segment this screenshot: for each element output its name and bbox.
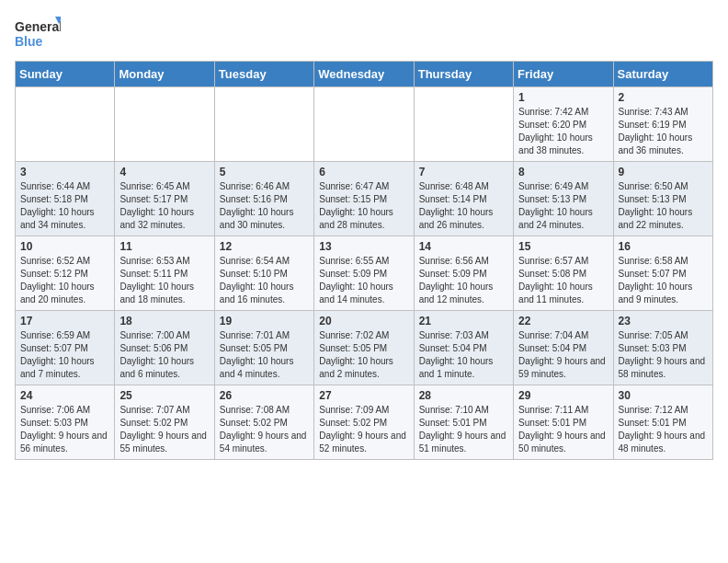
day-info: Sunrise: 6:56 AM Sunset: 5:09 PM Dayligh…: [419, 255, 508, 306]
day-cell: 19Sunrise: 7:01 AM Sunset: 5:05 PM Dayli…: [214, 311, 313, 385]
day-number: 12: [220, 240, 309, 253]
day-info: Sunrise: 7:12 AM Sunset: 5:01 PM Dayligh…: [619, 404, 708, 455]
day-info: Sunrise: 6:53 AM Sunset: 5:11 PM Dayligh…: [119, 255, 209, 306]
day-number: 1: [518, 91, 608, 104]
day-cell: 24Sunrise: 7:06 AM Sunset: 5:03 PM Dayli…: [16, 385, 115, 460]
day-info: Sunrise: 7:03 AM Sunset: 5:04 PM Dayligh…: [419, 329, 508, 381]
day-info: Sunrise: 6:52 AM Sunset: 5:12 PM Dayligh…: [20, 255, 109, 306]
day-number: 6: [319, 166, 408, 178]
day-number: 22: [518, 315, 608, 327]
day-info: Sunrise: 6:46 AM Sunset: 5:16 PM Dayligh…: [220, 180, 309, 232]
logo-svg: General Blue: [15, 15, 61, 52]
day-cell: 9Sunrise: 6:50 AM Sunset: 5:13 PM Daylig…: [613, 162, 712, 236]
day-cell: 3Sunrise: 6:44 AM Sunset: 5:18 PM Daylig…: [16, 162, 115, 236]
day-info: Sunrise: 7:09 AM Sunset: 5:02 PM Dayligh…: [319, 404, 408, 455]
page-header: General Blue: [15, 15, 713, 52]
day-info: Sunrise: 6:47 AM Sunset: 5:15 PM Dayligh…: [319, 180, 408, 232]
week-row-5: 24Sunrise: 7:06 AM Sunset: 5:03 PM Dayli…: [16, 385, 713, 460]
day-info: Sunrise: 6:55 AM Sunset: 5:09 PM Dayligh…: [319, 255, 408, 306]
day-number: 28: [419, 389, 508, 402]
week-row-1: 1Sunrise: 7:42 AM Sunset: 6:20 PM Daylig…: [16, 87, 713, 162]
day-info: Sunrise: 6:57 AM Sunset: 5:08 PM Dayligh…: [518, 255, 608, 306]
day-number: 14: [419, 240, 508, 253]
day-cell: 7Sunrise: 6:48 AM Sunset: 5:14 PM Daylig…: [414, 162, 513, 236]
day-info: Sunrise: 7:08 AM Sunset: 5:02 PM Dayligh…: [220, 404, 309, 455]
day-cell: 30Sunrise: 7:12 AM Sunset: 5:01 PM Dayli…: [613, 385, 712, 460]
day-number: 8: [518, 166, 608, 178]
day-info: Sunrise: 7:42 AM Sunset: 6:20 PM Dayligh…: [518, 106, 608, 157]
day-cell: 2Sunrise: 7:43 AM Sunset: 6:19 PM Daylig…: [613, 87, 712, 162]
day-cell: 15Sunrise: 6:57 AM Sunset: 5:08 PM Dayli…: [514, 236, 613, 311]
day-number: 27: [319, 389, 408, 402]
day-number: 26: [220, 389, 309, 402]
day-cell: 26Sunrise: 7:08 AM Sunset: 5:02 PM Dayli…: [214, 385, 313, 460]
day-number: 10: [20, 240, 109, 253]
day-info: Sunrise: 6:48 AM Sunset: 5:14 PM Dayligh…: [419, 180, 508, 232]
day-info: Sunrise: 7:43 AM Sunset: 6:19 PM Dayligh…: [619, 106, 708, 157]
day-cell: 29Sunrise: 7:11 AM Sunset: 5:01 PM Dayli…: [514, 385, 613, 460]
svg-text:Blue: Blue: [15, 34, 43, 49]
day-cell: [314, 87, 414, 162]
day-info: Sunrise: 7:07 AM Sunset: 5:02 PM Dayligh…: [119, 404, 209, 455]
week-row-2: 3Sunrise: 6:44 AM Sunset: 5:18 PM Daylig…: [16, 162, 713, 236]
week-row-4: 17Sunrise: 6:59 AM Sunset: 5:07 PM Dayli…: [16, 311, 713, 385]
day-cell: 16Sunrise: 6:58 AM Sunset: 5:07 PM Dayli…: [613, 236, 712, 311]
header-sunday: Sunday: [16, 62, 115, 87]
day-cell: 23Sunrise: 7:05 AM Sunset: 5:03 PM Dayli…: [613, 311, 712, 385]
day-cell: 22Sunrise: 7:04 AM Sunset: 5:04 PM Dayli…: [514, 311, 613, 385]
day-info: Sunrise: 7:02 AM Sunset: 5:05 PM Dayligh…: [319, 329, 408, 381]
day-cell: 25Sunrise: 7:07 AM Sunset: 5:02 PM Dayli…: [115, 385, 214, 460]
day-cell: 21Sunrise: 7:03 AM Sunset: 5:04 PM Dayli…: [414, 311, 513, 385]
day-number: 20: [319, 315, 408, 327]
day-number: 16: [619, 240, 708, 253]
week-row-3: 10Sunrise: 6:52 AM Sunset: 5:12 PM Dayli…: [16, 236, 713, 311]
day-number: 21: [419, 315, 508, 327]
day-number: 15: [518, 240, 608, 253]
day-info: Sunrise: 6:45 AM Sunset: 5:17 PM Dayligh…: [119, 180, 209, 232]
header-wednesday: Wednesday: [314, 62, 414, 87]
day-info: Sunrise: 6:44 AM Sunset: 5:18 PM Dayligh…: [20, 180, 109, 232]
day-cell: 12Sunrise: 6:54 AM Sunset: 5:10 PM Dayli…: [214, 236, 313, 311]
day-cell: 18Sunrise: 7:00 AM Sunset: 5:06 PM Dayli…: [115, 311, 214, 385]
day-number: 24: [20, 389, 109, 402]
day-number: 11: [119, 240, 209, 253]
header-monday: Monday: [115, 62, 214, 87]
day-info: Sunrise: 7:10 AM Sunset: 5:01 PM Dayligh…: [419, 404, 508, 455]
day-cell: 17Sunrise: 6:59 AM Sunset: 5:07 PM Dayli…: [16, 311, 115, 385]
header-friday: Friday: [514, 62, 613, 87]
day-number: 7: [419, 166, 508, 178]
day-info: Sunrise: 7:05 AM Sunset: 5:03 PM Dayligh…: [619, 329, 708, 381]
day-cell: 27Sunrise: 7:09 AM Sunset: 5:02 PM Dayli…: [314, 385, 414, 460]
day-cell: 10Sunrise: 6:52 AM Sunset: 5:12 PM Dayli…: [16, 236, 115, 311]
day-number: 9: [619, 166, 708, 178]
day-number: 4: [119, 166, 209, 178]
day-info: Sunrise: 7:01 AM Sunset: 5:05 PM Dayligh…: [220, 329, 309, 381]
day-cell: 4Sunrise: 6:45 AM Sunset: 5:17 PM Daylig…: [115, 162, 214, 236]
day-number: 2: [619, 91, 708, 104]
day-number: 3: [20, 166, 109, 178]
header-saturday: Saturday: [613, 62, 712, 87]
day-number: 29: [518, 389, 608, 402]
day-number: 30: [619, 389, 708, 402]
day-cell: 6Sunrise: 6:47 AM Sunset: 5:15 PM Daylig…: [314, 162, 414, 236]
day-cell: 28Sunrise: 7:10 AM Sunset: 5:01 PM Dayli…: [414, 385, 513, 460]
calendar-header-row: SundayMondayTuesdayWednesdayThursdayFrid…: [16, 62, 713, 87]
day-cell: 13Sunrise: 6:55 AM Sunset: 5:09 PM Dayli…: [314, 236, 414, 311]
day-cell: 5Sunrise: 6:46 AM Sunset: 5:16 PM Daylig…: [214, 162, 313, 236]
day-info: Sunrise: 7:04 AM Sunset: 5:04 PM Dayligh…: [518, 329, 608, 381]
day-cell: 1Sunrise: 7:42 AM Sunset: 6:20 PM Daylig…: [514, 87, 613, 162]
day-info: Sunrise: 6:59 AM Sunset: 5:07 PM Dayligh…: [20, 329, 109, 381]
day-info: Sunrise: 6:49 AM Sunset: 5:13 PM Dayligh…: [518, 180, 608, 232]
day-info: Sunrise: 6:54 AM Sunset: 5:10 PM Dayligh…: [220, 255, 309, 306]
day-info: Sunrise: 6:50 AM Sunset: 5:13 PM Dayligh…: [619, 180, 708, 232]
day-number: 17: [20, 315, 109, 327]
day-info: Sunrise: 7:06 AM Sunset: 5:03 PM Dayligh…: [20, 404, 109, 455]
day-cell: [214, 87, 313, 162]
day-number: 23: [619, 315, 708, 327]
svg-text:General: General: [15, 19, 61, 34]
day-cell: [414, 87, 513, 162]
logo: General Blue: [15, 15, 61, 52]
day-cell: 14Sunrise: 6:56 AM Sunset: 5:09 PM Dayli…: [414, 236, 513, 311]
day-info: Sunrise: 7:00 AM Sunset: 5:06 PM Dayligh…: [119, 329, 209, 381]
day-number: 18: [119, 315, 209, 327]
